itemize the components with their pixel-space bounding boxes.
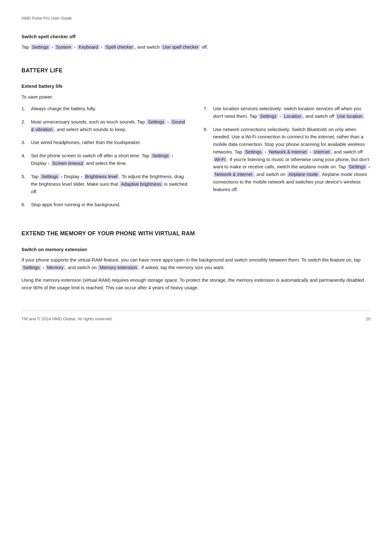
memory-extension-heading: Switch on memory extension	[21, 246, 371, 253]
settings-highlight: Settings	[21, 265, 41, 270]
to-save-power-intro: To save power:	[21, 93, 371, 100]
spell-checker-highlight: Spell checker	[104, 44, 135, 50]
battery-section-title: BATTERY LIFE	[21, 66, 371, 75]
extend-battery-heading: Extend battery life	[21, 82, 371, 90]
memory-extension-highlight: Memory extension	[98, 265, 138, 270]
list-content: Use wired headphones, rather than the lo…	[31, 139, 189, 146]
settings-highlight: Settings	[40, 174, 59, 179]
list-item: 3. Use wired headphones, rather than the…	[21, 139, 189, 146]
battery-right-list: 7. Use location services selectively: sw…	[204, 105, 371, 193]
memory-section: EXTEND THE MEMORY OF YOUR PHONE WITH VIR…	[21, 229, 371, 292]
list-number: 3.	[21, 139, 28, 146]
airplane-mode-highlight: Airplane mode	[287, 172, 320, 177]
list-number: 8.	[204, 126, 211, 133]
battery-left-list: 1. Always charge the battery fully. 2. M…	[21, 105, 189, 208]
settings-highlight: Settings	[146, 119, 166, 125]
brightness-level-highlight: Brightness level	[84, 174, 119, 179]
footer-copyright: TM and © 2024 HMD Global. All rights res…	[21, 316, 113, 322]
spell-checker-heading: Switch spell checker off	[21, 33, 371, 40]
settings-highlight: Settings	[151, 153, 170, 159]
memory-highlight: Memory	[45, 265, 65, 270]
wifi-highlight: Wi-Fi	[213, 157, 227, 162]
internet-highlight: Internet	[312, 149, 331, 155]
list-content: Always charge the battery fully.	[31, 105, 189, 112]
use-spell-checker-highlight: Use spell checker	[161, 44, 200, 50]
list-content: Use network connections selectively: Swi…	[213, 126, 371, 193]
list-number: 2.	[21, 118, 28, 126]
network-internet-highlight-2: Network & internet	[213, 172, 254, 177]
use-location-highlight: Use location	[336, 113, 364, 119]
page-footer: TM and © 2024 HMD Global. All rights res…	[21, 310, 371, 322]
list-number: 6.	[21, 201, 28, 208]
list-item: 5. Tap Settings › Display › Brightness l…	[21, 173, 189, 196]
list-item: 2. Mute unnecessary sounds, such as touc…	[21, 118, 189, 133]
list-content: Set the phone screen to switch off after…	[31, 152, 189, 167]
guide-title: HMD Pulse Pro User Guide	[21, 16, 72, 21]
settings-highlight-2: Settings	[347, 164, 367, 170]
battery-tips-right: 7. Use location services selectively: sw…	[204, 105, 371, 214]
network-internet-highlight-1: Network & internet	[268, 149, 308, 155]
list-number: 5.	[21, 173, 28, 180]
settings-highlight: Settings	[244, 149, 263, 155]
adaptive-brightness-highlight: Adaptive brightness	[119, 181, 163, 187]
memory-paragraph-2: Using the memory extension (virtual RAM)…	[21, 276, 371, 292]
list-number: 7.	[204, 105, 211, 112]
spell-checker-instruction: Tap Settings › System › Keyboard › Spell…	[21, 43, 371, 51]
list-content: Mute unnecessary sounds, such as touch s…	[31, 118, 189, 133]
list-item: 8. Use network connections selectively: …	[204, 126, 371, 193]
list-number: 4.	[21, 152, 28, 160]
memory-paragraph-1: If your phone supports the virtual RAM f…	[21, 256, 371, 271]
battery-tips-left: 1. Always charge the battery fully. 2. M…	[21, 105, 189, 214]
settings-highlight-1: Settings	[30, 44, 50, 50]
list-item: 6. Stop apps from running in the backgro…	[21, 201, 189, 208]
list-item: 1. Always charge the battery fully.	[21, 105, 189, 112]
list-item: 7. Use location services selectively: sw…	[204, 105, 371, 120]
spell-checker-section: Switch spell checker off Tap Settings › …	[21, 33, 371, 51]
battery-tips-columns: 1. Always charge the battery fully. 2. M…	[21, 105, 371, 214]
list-content: Stop apps from running in the background…	[31, 201, 189, 208]
memory-section-title: EXTEND THE MEMORY OF YOUR PHONE WITH VIR…	[21, 229, 371, 238]
list-content: Use location services selectively: switc…	[213, 105, 371, 120]
settings-highlight: Settings	[258, 113, 278, 119]
system-highlight: System	[54, 44, 73, 50]
screen-timeout-highlight: Screen timeout	[51, 160, 85, 166]
keyboard-highlight: Keyboard	[77, 44, 100, 50]
footer-page-number: 20	[366, 316, 371, 322]
battery-section: BATTERY LIFE Extend battery life To save…	[21, 66, 371, 214]
list-number: 1.	[21, 105, 28, 112]
list-content: Tap Settings › Display › Brightness leve…	[31, 173, 189, 196]
page-header: HMD Pulse Pro User Guide	[21, 15, 371, 21]
list-item: 4. Set the phone screen to switch off af…	[21, 152, 189, 167]
location-highlight: Location	[282, 113, 303, 119]
